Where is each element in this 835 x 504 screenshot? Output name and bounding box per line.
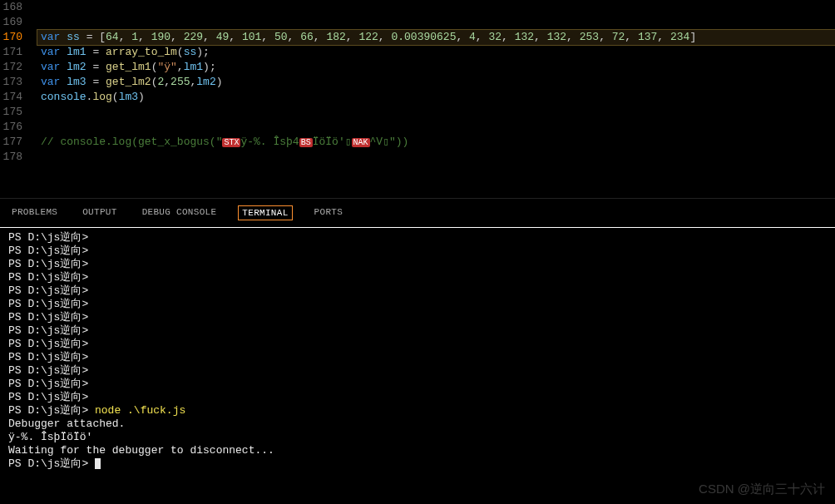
code-line[interactable]: 168 [0, 0, 835, 15]
line-number: 168 [0, 0, 37, 15]
terminal-line: PS D:\js逆向> [8, 245, 827, 258]
code-line[interactable]: 173var lm3 = get_lm2(2,255,lm2) [0, 75, 835, 90]
code-line[interactable]: 177// console.log(get_x_bogus("STXÿ-%. Î… [0, 135, 835, 150]
code-content: var lm3 = get_lm2(2,255,lm2) [37, 75, 835, 90]
terminal-line: PS D:\js逆向> [8, 284, 827, 298]
code-content [37, 150, 835, 165]
panel-divider [0, 227, 835, 228]
tab-output[interactable]: OUTPUT [79, 205, 120, 220]
code-content: console.log(lm3) [37, 90, 835, 105]
line-number: 171 [0, 45, 37, 60]
code-line[interactable]: 176 [0, 120, 835, 135]
code-content [37, 15, 835, 30]
code-line[interactable]: 170var ss = [64, 1, 190, 229, 49, 101, 5… [0, 30, 835, 45]
terminal-line: PS D:\js逆向> [8, 391, 827, 404]
line-number: 175 [0, 105, 37, 120]
line-number: 172 [0, 60, 37, 75]
terminal-line: PS D:\js逆向> [8, 311, 827, 324]
code-content [37, 120, 835, 135]
terminal-line: PS D:\js逆向> [8, 271, 827, 284]
terminal-line: PS D:\js逆向> [8, 231, 827, 245]
terminal-line: ÿ-%. ÎsþÏöÏö' [8, 431, 827, 444]
code-content: var lm2 = get_lm1("ÿ",lm1); [37, 60, 835, 75]
tab-debug-console[interactable]: DEBUG CONSOLE [139, 205, 220, 220]
code-content: var ss = [64, 1, 190, 229, 49, 101, 50, … [37, 30, 835, 45]
terminal-line: PS D:\js逆向> [8, 351, 827, 364]
terminal-panel[interactable]: PS D:\js逆向>PS D:\js逆向>PS D:\js逆向>PS D:\j… [0, 231, 835, 479]
code-content: var lm1 = array_to_lm(ss); [37, 45, 835, 60]
tab-ports[interactable]: PORTS [311, 205, 347, 220]
line-number: 173 [0, 75, 37, 90]
terminal-line: PS D:\js逆向> [8, 364, 827, 378]
code-line[interactable]: 171var lm1 = array_to_lm(ss); [0, 45, 835, 60]
terminal-line: PS D:\js逆向> [8, 338, 827, 351]
code-content [37, 105, 835, 120]
terminal-line: Waiting for the debugger to disconnect..… [8, 444, 827, 457]
code-line[interactable]: 174console.log(lm3) [0, 90, 835, 105]
line-number: 177 [0, 135, 37, 150]
code-line[interactable]: 169 [0, 15, 835, 30]
code-line[interactable]: 172var lm2 = get_lm1("ÿ",lm1); [0, 60, 835, 75]
line-number: 176 [0, 120, 37, 135]
terminal-line: PS D:\js逆向> [8, 298, 827, 311]
code-editor[interactable]: 168169170var ss = [64, 1, 190, 229, 49, … [0, 0, 835, 165]
code-line[interactable]: 178 [0, 150, 835, 165]
code-line[interactable]: 175 [0, 105, 835, 120]
code-content [37, 0, 835, 15]
terminal-line: PS D:\js逆向> [8, 258, 827, 271]
terminal-line: PS D:\js逆向> [8, 378, 827, 391]
terminal-line: PS D:\js逆向> [8, 457, 827, 471]
tab-terminal[interactable]: TERMINAL [238, 205, 292, 220]
line-number: 174 [0, 90, 37, 105]
line-number: 170 [0, 30, 37, 45]
terminal-line: PS D:\js逆向> node .\fuck.js [8, 404, 827, 418]
terminal-line: PS D:\js逆向> [8, 324, 827, 338]
watermark: CSDN @逆向三十六计 [699, 482, 825, 497]
tab-problems[interactable]: PROBLEMS [8, 205, 61, 220]
code-content: // console.log(get_x_bogus("STXÿ-%. Îsþ4… [37, 135, 835, 150]
panel-tabs: PROBLEMSOUTPUTDEBUG CONSOLETERMINALPORTS [0, 198, 835, 225]
line-number: 178 [0, 150, 37, 165]
terminal-line: Debugger attached. [8, 418, 827, 431]
line-number: 169 [0, 15, 37, 30]
terminal-cursor [95, 458, 101, 469]
